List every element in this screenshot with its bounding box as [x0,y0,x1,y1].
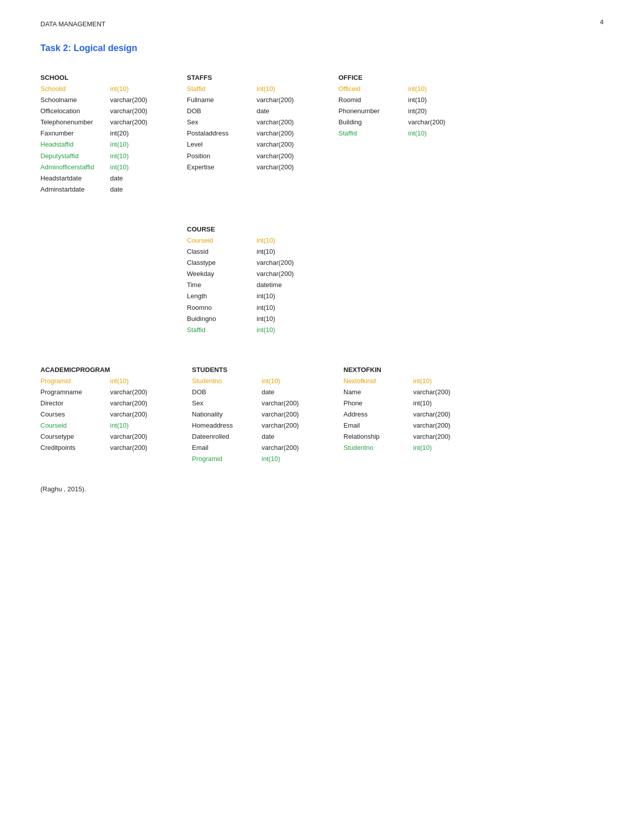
table-row: Faxnumberint(20) [40,128,157,139]
bottom-row: ACADEMICPROGRAM Programidint(10)Programn… [40,366,604,465]
nextofkin-table: NEXTOFKIN Nextofkinidint(10)Namevarchar(… [343,366,475,465]
academicprogram-table-name: ACADEMICPROGRAM [40,366,162,374]
field-name: Level [187,139,253,150]
table-row: Classtypevarchar(200) [187,257,308,268]
field-type: date [110,173,123,184]
field-name: Classtype [187,257,253,268]
table-row: DOBdate [192,387,313,398]
table-row: Timedatetime [187,280,308,291]
table-row: Roomnoint(10) [187,302,308,313]
field-name: Staffid [187,83,253,95]
nextofkin-table-name: NEXTOFKIN [343,366,475,374]
field-name: Sex [192,398,258,409]
students-table-name: STUDENTS [192,366,313,374]
field-type: varchar(200) [413,387,451,398]
field-type: varchar(200) [257,151,294,162]
table-row: Weekdayvarchar(200) [187,268,308,280]
office-table-name: OFFICE [338,74,460,81]
field-type: int(10) [413,376,432,387]
field-name: Courses [40,409,106,420]
table-row: Schoolnamevarchar(200) [40,95,157,106]
table-row: Nextofkinidint(10) [343,376,475,387]
field-type: varchar(200) [262,409,299,420]
field-type: int(10) [257,302,275,313]
field-name: Officeid [338,83,404,95]
field-name: Phonenumber [338,106,404,117]
document-title: DATA MANAGEMENT [40,20,604,28]
field-name: Buidingno [187,313,253,325]
table-row: Staffidint(10) [187,325,308,336]
table-row: Emailvarchar(200) [343,420,475,431]
field-name: Headstartdate [40,173,106,184]
field-type: varchar(200) [110,398,147,409]
field-type: varchar(200) [110,387,147,398]
field-name: Expertise [187,162,253,173]
field-type: varchar(200) [257,139,294,150]
table-row: Studentnoint(10) [192,376,313,387]
field-type: int(10) [110,83,129,95]
field-type: varchar(200) [110,442,147,453]
field-type: int(10) [408,83,427,95]
table-row: Coursesvarchar(200) [40,409,162,420]
field-name: Postaladdress [187,128,253,139]
table-row: Officelocationvarchar(200) [40,106,157,117]
task-title: Task 2: Logical design [40,43,604,54]
table-row: Namevarchar(200) [343,387,475,398]
table-row: Positionvarchar(200) [187,151,308,162]
field-name: Classid [187,246,253,257]
table-row: Officeidint(10) [338,83,460,95]
field-name: Headstaffid [40,139,106,150]
field-name: Adminofficerstaffid [40,162,106,173]
field-type: varchar(200) [257,268,294,280]
field-type: varchar(200) [257,95,294,106]
table-row: Staffidint(10) [338,128,460,139]
office-table: OFFICE Officeidint(10)Roomidint(10)Phone… [338,74,460,195]
table-row: Creditpointsvarchar(200) [40,442,162,453]
table-row: Lengthint(10) [187,291,308,302]
table-row: Buidingnoint(10) [187,313,308,325]
page-number: 4 [600,18,604,26]
table-row: Schoolidint(10) [40,83,157,95]
field-name: Time [187,280,253,291]
table-row: DOBdate [187,106,308,117]
table-row: Emailvarchar(200) [192,442,313,453]
table-row: Programnamevarchar(200) [40,387,162,398]
field-name: Email [192,442,258,453]
table-row: Dateenrolleddate [192,431,313,442]
field-type: int(10) [408,95,427,106]
staffs-table-name: STAFFS [187,74,308,81]
field-type: int(10) [262,453,280,465]
field-name: Studentno [343,442,409,453]
table-row: Expertisevarchar(200) [187,162,308,173]
school-table-name: SCHOOL [40,74,157,81]
table-row: Deputystaffidint(10) [40,151,157,162]
field-name: Building [338,117,404,128]
field-name: Phone [343,398,409,409]
field-name: Courseid [40,420,106,431]
field-name: Programid [192,453,258,465]
field-type: varchar(200) [413,409,451,420]
field-name: Staffid [338,128,404,139]
field-type: int(20) [408,106,427,117]
field-type: int(10) [257,325,275,336]
academicprogram-table: ACADEMICPROGRAM Programidint(10)Programn… [40,366,162,465]
table-row: Courseidint(10) [40,420,162,431]
table-row: Relationshipvarchar(200) [343,431,475,442]
table-row: Studentnoint(10) [343,442,475,453]
field-type: int(20) [110,128,129,139]
table-row: Classidint(10) [187,246,308,257]
field-type: int(10) [257,291,275,302]
table-row: Fullnamevarchar(200) [187,95,308,106]
field-type: varchar(200) [110,95,147,106]
field-type: int(10) [413,398,432,409]
field-name: Schoolid [40,83,106,95]
field-type: int(10) [257,313,275,325]
field-type: int(10) [408,128,427,139]
table-row: Roomidint(10) [338,95,460,106]
field-name: Adminstartdate [40,184,106,195]
field-name: Nationality [192,409,258,420]
students-table: STUDENTS Studentnoint(10)DOBdateSexvarch… [192,366,313,465]
field-name: Programid [40,376,106,387]
field-name: Length [187,291,253,302]
field-name: Relationship [343,431,409,442]
